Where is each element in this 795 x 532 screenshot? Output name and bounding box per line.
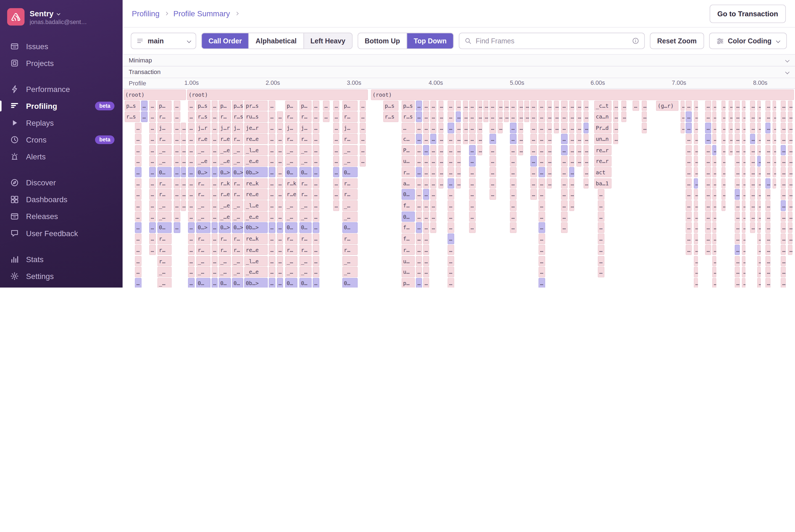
flame-frame[interactable]: … — [547, 167, 552, 177]
flame-frame[interactable]: _… — [232, 145, 243, 155]
flame-frame[interactable]: … — [438, 167, 443, 177]
flame-frame[interactable]: … — [788, 122, 793, 133]
flame-frame[interactable]: … — [742, 222, 745, 233]
flame-frame[interactable]: … — [448, 100, 454, 111]
flame-frame[interactable]: … — [149, 134, 156, 144]
flame-frame[interactable]: … — [742, 167, 745, 177]
flame-frame[interactable]: … — [416, 200, 422, 211]
flame-frame[interactable]: … — [642, 122, 647, 133]
flame-frame[interactable]: … — [735, 233, 740, 244]
flame-frame[interactable]: … — [598, 200, 604, 211]
flame-frame[interactable]: … — [765, 122, 771, 133]
flame-frame[interactable]: … — [712, 189, 716, 200]
flame-frame[interactable]: … — [448, 267, 454, 277]
flame-frame[interactable]: _… — [285, 200, 297, 211]
flame-frame[interactable]: … — [212, 100, 218, 111]
flame-frame[interactable]: … — [277, 211, 283, 222]
flame-frame[interactable]: … — [313, 134, 319, 144]
flame-frame[interactable]: … — [742, 145, 745, 155]
flame-frame[interactable]: … — [686, 112, 692, 122]
flame-frame[interactable]: … — [188, 134, 195, 144]
flame-frame[interactable]: … — [174, 134, 181, 144]
flame-frame[interactable]: 0… — [342, 167, 357, 177]
flame-frame[interactable]: … — [538, 222, 545, 233]
flame-frame[interactable]: … — [757, 267, 761, 277]
flame-frame[interactable]: … — [694, 167, 698, 177]
flame-frame[interactable]: … — [416, 267, 422, 277]
flame-frame[interactable]: … — [181, 200, 186, 211]
flame-frame[interactable]: _e…e — [244, 211, 268, 222]
flame-frame[interactable]: … — [742, 233, 745, 244]
flame-frame[interactable]: … — [681, 122, 685, 133]
flame-frame[interactable]: … — [510, 100, 516, 111]
flame-frame[interactable]: … — [313, 145, 319, 155]
flame-frame[interactable]: … — [686, 233, 692, 244]
flame-frame[interactable]: … — [750, 211, 755, 222]
flame-frame[interactable]: … — [694, 122, 698, 133]
flame-frame[interactable]: re…r — [594, 145, 611, 155]
flame-frame[interactable]: … — [456, 145, 461, 155]
flame-frame[interactable]: _… — [342, 211, 357, 222]
flame-frame[interactable]: … — [313, 178, 319, 189]
flame-frame[interactable]: … — [554, 122, 559, 133]
flame-frame[interactable]: … — [333, 100, 339, 111]
flame-frame[interactable]: … — [423, 267, 429, 277]
flame-frame[interactable]: … — [538, 167, 545, 177]
flame-frame[interactable]: r… — [219, 233, 231, 244]
flame-frame[interactable]: … — [269, 267, 276, 277]
flame-frame[interactable]: … — [212, 222, 218, 233]
flame-frame[interactable]: (g…r) — [656, 100, 678, 111]
flame-frame[interactable]: … — [469, 189, 476, 200]
flame-frame[interactable]: … — [712, 134, 716, 144]
flame-frame[interactable]: … — [448, 245, 454, 255]
flame-frame[interactable]: … — [135, 200, 141, 211]
flame-frame[interactable]: … — [469, 145, 476, 155]
flame-frame[interactable]: … — [469, 122, 476, 133]
flame-frame[interactable]: … — [721, 100, 726, 111]
flame-frame[interactable]: … — [765, 211, 771, 222]
flame-frame[interactable]: … — [765, 278, 771, 288]
flame-frame[interactable]: … — [360, 122, 366, 133]
flame-frame[interactable]: … — [538, 211, 545, 222]
flame-frame[interactable]: … — [360, 145, 366, 155]
flame-frame[interactable]: … — [188, 267, 195, 277]
flame-frame[interactable]: … — [765, 112, 771, 122]
flame-frame[interactable]: … — [212, 189, 218, 200]
flame-frame[interactable]: ru…s — [244, 112, 268, 122]
flame-frame[interactable]: _… — [232, 200, 243, 211]
flame-frame[interactable]: _e…e — [244, 267, 268, 277]
flame-frame[interactable]: r… — [402, 167, 415, 177]
flame-frame[interactable]: … — [694, 211, 698, 222]
flame-frame[interactable]: _… — [285, 211, 297, 222]
flame-frame[interactable]: … — [174, 145, 181, 155]
flame-frame[interactable]: … — [181, 167, 186, 177]
flame-frame[interactable]: … — [333, 134, 339, 144]
flame-frame[interactable]: r… — [285, 233, 297, 244]
flame-frame[interactable]: … — [750, 178, 755, 189]
flame-frame[interactable]: … — [757, 122, 761, 133]
flame-frame[interactable]: … — [423, 134, 429, 144]
flame-frame[interactable]: … — [712, 145, 716, 155]
flame-frame[interactable]: … — [416, 178, 422, 189]
flame-frame[interactable]: … — [705, 145, 711, 155]
flame-frame[interactable]: … — [416, 100, 422, 111]
flame-frame[interactable]: … — [313, 211, 319, 222]
flame-frame[interactable]: _l…e — [244, 145, 268, 155]
flame-frame[interactable]: … — [174, 112, 181, 122]
flame-frame[interactable]: u… — [402, 156, 415, 166]
sidebar-item-settings[interactable]: Settings — [0, 268, 122, 285]
flame-frame[interactable]: … — [188, 278, 195, 288]
flame-frame[interactable]: p… — [342, 100, 357, 111]
flame-frame[interactable]: … — [135, 256, 141, 266]
flame-frame[interactable]: … — [269, 178, 276, 189]
flame-frame[interactable]: r…e — [219, 189, 231, 200]
flame-frame[interactable]: … — [269, 256, 276, 266]
flame-frame[interactable]: r… — [232, 178, 243, 189]
flame-frame[interactable]: … — [181, 134, 186, 144]
flame-frame[interactable]: … — [530, 100, 537, 111]
flame-frame[interactable]: … — [750, 112, 755, 122]
flame-frame[interactable]: … — [561, 222, 568, 233]
flame-frame[interactable]: 0b…> — [244, 278, 268, 288]
flame-frame[interactable]: … — [212, 112, 218, 122]
flame-frame[interactable]: … — [438, 145, 443, 155]
